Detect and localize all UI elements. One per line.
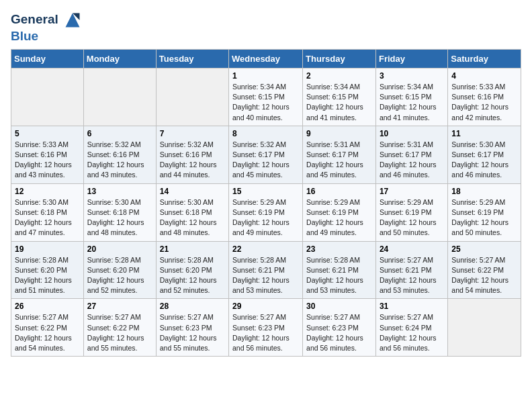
day-number: 7	[160, 129, 225, 138]
day-info: Sunrise: 5:27 AM Sunset: 6:21 PM Dayligh…	[380, 255, 444, 296]
day-info: Sunrise: 5:34 AM Sunset: 6:15 PM Dayligh…	[306, 82, 372, 123]
day-number: 26	[15, 302, 80, 311]
calendar-cell: 20Sunrise: 5:28 AM Sunset: 6:20 PM Dayli…	[83, 241, 156, 299]
day-info: Sunrise: 5:28 AM Sunset: 6:20 PM Dayligh…	[15, 255, 80, 296]
day-number: 14	[160, 187, 225, 196]
day-info: Sunrise: 5:29 AM Sunset: 6:19 PM Dayligh…	[451, 197, 517, 238]
logo-text: General Blue	[11, 11, 82, 44]
calendar-cell: 10Sunrise: 5:31 AM Sunset: 6:17 PM Dayli…	[375, 126, 447, 183]
weekday-header: Monday	[83, 49, 156, 68]
calendar-cell: 22Sunrise: 5:28 AM Sunset: 6:21 PM Dayli…	[229, 241, 303, 299]
calendar-cell: 3Sunrise: 5:34 AM Sunset: 6:15 PM Daylig…	[375, 68, 447, 126]
calendar-cell: 27Sunrise: 5:27 AM Sunset: 6:22 PM Dayli…	[83, 299, 156, 357]
calendar-cell: 12Sunrise: 5:30 AM Sunset: 6:18 PM Dayli…	[11, 183, 84, 241]
day-number: 15	[232, 187, 299, 196]
day-info: Sunrise: 5:27 AM Sunset: 6:23 PM Dayligh…	[160, 312, 225, 353]
day-number: 9	[306, 129, 372, 138]
calendar-week-row: 1Sunrise: 5:34 AM Sunset: 6:15 PM Daylig…	[11, 68, 521, 126]
calendar-header-row: SundayMondayTuesdayWednesdayThursdayFrid…	[11, 49, 521, 68]
day-number: 22	[232, 244, 299, 254]
calendar-cell: 31Sunrise: 5:27 AM Sunset: 6:24 PM Dayli…	[375, 299, 447, 357]
calendar-cell: 18Sunrise: 5:29 AM Sunset: 6:19 PM Dayli…	[448, 183, 521, 241]
calendar-cell: 25Sunrise: 5:27 AM Sunset: 6:22 PM Dayli…	[448, 241, 521, 299]
day-info: Sunrise: 5:32 AM Sunset: 6:16 PM Dayligh…	[87, 140, 152, 181]
calendar-cell: 23Sunrise: 5:28 AM Sunset: 6:21 PM Dayli…	[303, 241, 376, 299]
calendar-table: SundayMondayTuesdayWednesdayThursdayFrid…	[11, 49, 521, 357]
day-info: Sunrise: 5:31 AM Sunset: 6:17 PM Dayligh…	[306, 140, 372, 181]
calendar-cell: 21Sunrise: 5:28 AM Sunset: 6:20 PM Dayli…	[156, 241, 228, 299]
day-number: 8	[232, 129, 299, 138]
weekday-header: Sunday	[11, 49, 84, 68]
day-number: 4	[451, 71, 517, 81]
day-info: Sunrise: 5:32 AM Sunset: 6:17 PM Dayligh…	[232, 140, 299, 181]
day-info: Sunrise: 5:29 AM Sunset: 6:19 PM Dayligh…	[380, 197, 444, 238]
day-info: Sunrise: 5:27 AM Sunset: 6:23 PM Dayligh…	[232, 312, 299, 353]
day-info: Sunrise: 5:34 AM Sunset: 6:15 PM Dayligh…	[232, 82, 299, 123]
day-number: 1	[232, 71, 299, 81]
calendar-cell: 13Sunrise: 5:30 AM Sunset: 6:18 PM Dayli…	[83, 183, 156, 241]
day-info: Sunrise: 5:27 AM Sunset: 6:22 PM Dayligh…	[87, 312, 152, 353]
day-number: 10	[380, 129, 444, 138]
day-number: 5	[15, 129, 80, 138]
calendar-cell: 17Sunrise: 5:29 AM Sunset: 6:19 PM Dayli…	[375, 183, 447, 241]
day-info: Sunrise: 5:27 AM Sunset: 6:24 PM Dayligh…	[380, 312, 444, 353]
calendar-cell: 6Sunrise: 5:32 AM Sunset: 6:16 PM Daylig…	[83, 126, 156, 183]
day-number: 27	[87, 302, 152, 311]
day-info: Sunrise: 5:30 AM Sunset: 6:18 PM Dayligh…	[160, 197, 225, 238]
day-info: Sunrise: 5:28 AM Sunset: 6:21 PM Dayligh…	[306, 255, 372, 296]
day-number: 19	[15, 244, 80, 254]
weekday-header: Saturday	[448, 49, 521, 68]
calendar-cell: 7Sunrise: 5:32 AM Sunset: 6:16 PM Daylig…	[156, 126, 228, 183]
day-info: Sunrise: 5:32 AM Sunset: 6:16 PM Dayligh…	[160, 140, 225, 181]
day-number: 2	[306, 71, 372, 81]
day-info: Sunrise: 5:33 AM Sunset: 6:16 PM Dayligh…	[15, 140, 80, 181]
calendar-cell: 4Sunrise: 5:33 AM Sunset: 6:16 PM Daylig…	[448, 68, 521, 126]
calendar-cell	[156, 68, 228, 126]
weekday-header: Thursday	[303, 49, 376, 68]
day-info: Sunrise: 5:29 AM Sunset: 6:19 PM Dayligh…	[306, 197, 372, 238]
day-number: 20	[87, 244, 152, 254]
day-info: Sunrise: 5:33 AM Sunset: 6:16 PM Dayligh…	[451, 82, 517, 123]
calendar-cell: 30Sunrise: 5:27 AM Sunset: 6:23 PM Dayli…	[303, 299, 376, 357]
calendar-week-row: 12Sunrise: 5:30 AM Sunset: 6:18 PM Dayli…	[11, 183, 521, 241]
calendar-cell: 14Sunrise: 5:30 AM Sunset: 6:18 PM Dayli…	[156, 183, 228, 241]
day-number: 13	[87, 187, 152, 196]
day-number: 18	[451, 187, 517, 196]
day-number: 25	[451, 244, 517, 254]
day-info: Sunrise: 5:34 AM Sunset: 6:15 PM Dayligh…	[380, 82, 444, 123]
calendar-week-row: 26Sunrise: 5:27 AM Sunset: 6:22 PM Dayli…	[11, 299, 521, 357]
day-number: 23	[306, 244, 372, 254]
calendar-cell: 2Sunrise: 5:34 AM Sunset: 6:15 PM Daylig…	[303, 68, 376, 126]
calendar-cell: 16Sunrise: 5:29 AM Sunset: 6:19 PM Dayli…	[303, 183, 376, 241]
page-header: General Blue	[11, 11, 521, 44]
day-number: 6	[87, 129, 152, 138]
day-number: 11	[451, 129, 517, 138]
calendar-cell: 28Sunrise: 5:27 AM Sunset: 6:23 PM Dayli…	[156, 299, 228, 357]
logo: General Blue	[11, 11, 82, 44]
calendar-cell: 15Sunrise: 5:29 AM Sunset: 6:19 PM Dayli…	[229, 183, 303, 241]
day-number: 30	[306, 302, 372, 311]
weekday-header: Friday	[375, 49, 447, 68]
calendar-cell: 1Sunrise: 5:34 AM Sunset: 6:15 PM Daylig…	[229, 68, 303, 126]
day-info: Sunrise: 5:30 AM Sunset: 6:18 PM Dayligh…	[87, 197, 152, 238]
day-number: 28	[160, 302, 225, 311]
calendar-cell	[11, 68, 84, 126]
day-info: Sunrise: 5:30 AM Sunset: 6:17 PM Dayligh…	[451, 140, 517, 181]
calendar-cell: 5Sunrise: 5:33 AM Sunset: 6:16 PM Daylig…	[11, 126, 84, 183]
day-info: Sunrise: 5:29 AM Sunset: 6:19 PM Dayligh…	[232, 197, 299, 238]
calendar-cell: 19Sunrise: 5:28 AM Sunset: 6:20 PM Dayli…	[11, 241, 84, 299]
day-info: Sunrise: 5:28 AM Sunset: 6:21 PM Dayligh…	[232, 255, 299, 296]
calendar-cell	[83, 68, 156, 126]
day-number: 31	[380, 302, 444, 311]
day-info: Sunrise: 5:27 AM Sunset: 6:23 PM Dayligh…	[306, 312, 372, 353]
day-info: Sunrise: 5:27 AM Sunset: 6:22 PM Dayligh…	[451, 255, 517, 296]
day-info: Sunrise: 5:27 AM Sunset: 6:22 PM Dayligh…	[15, 312, 80, 353]
day-info: Sunrise: 5:28 AM Sunset: 6:20 PM Dayligh…	[160, 255, 225, 296]
calendar-week-row: 19Sunrise: 5:28 AM Sunset: 6:20 PM Dayli…	[11, 241, 521, 299]
calendar-cell	[448, 299, 521, 357]
weekday-header: Wednesday	[229, 49, 303, 68]
weekday-header: Tuesday	[156, 49, 228, 68]
day-info: Sunrise: 5:31 AM Sunset: 6:17 PM Dayligh…	[380, 140, 444, 181]
calendar-cell: 9Sunrise: 5:31 AM Sunset: 6:17 PM Daylig…	[303, 126, 376, 183]
calendar-cell: 24Sunrise: 5:27 AM Sunset: 6:21 PM Dayli…	[375, 241, 447, 299]
